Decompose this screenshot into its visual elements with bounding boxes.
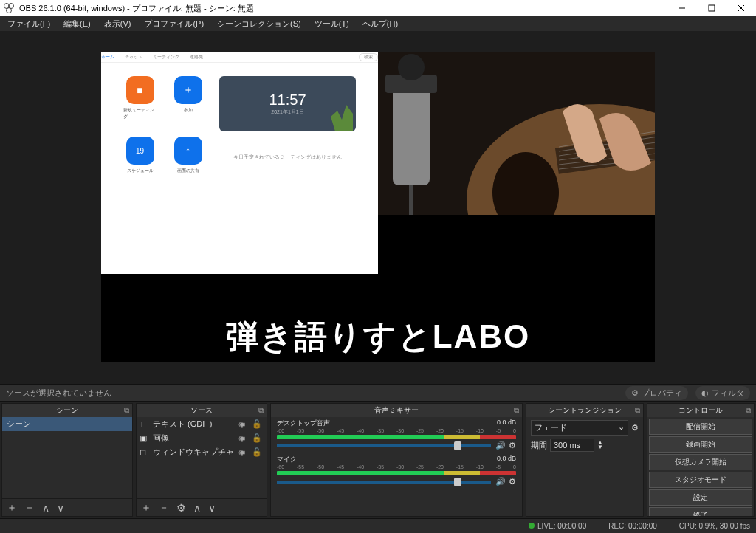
zoom-clock: 11:57 2021年1月1日 [219,76,356,131]
source-item-window[interactable]: ◻ ウィンドウキャプチャ ◉ 🔓 [137,445,267,459]
channel-name-mic: マイク [277,455,297,464]
channel-name-desktop: デスクトップ音声 [277,419,330,428]
menu-edit[interactable]: 編集(E) [59,17,95,31]
zoom-tab-chat: チャット [125,54,142,61]
transition-select[interactable]: フェード⌄ [531,420,628,436]
visibility-icon[interactable]: ◉ [237,419,247,429]
gear-icon[interactable]: ⚙ [631,423,639,433]
volume-slider[interactable] [277,481,491,484]
menu-profile[interactable]: プロファイル(P) [140,17,208,31]
maximize-button[interactable] [697,0,726,16]
app-icon [1,1,16,16]
scene-down-button[interactable]: ∨ [55,502,66,514]
status-live: LIVE: 00:00:00 [529,522,586,530]
source-add-button[interactable]: ＋ [140,501,153,515]
level-meter [277,435,516,439]
svg-rect-17 [393,82,430,185]
exit-button[interactable]: 終了 [649,507,752,516]
speaker-icon[interactable]: 🔊 [495,441,506,450]
zoom-join-label: 参加 [184,107,193,114]
video-icon: ■ [126,76,154,104]
level-meter [277,471,516,475]
controls-title: コントロール [678,405,723,416]
window-titlebar: OBS 26.1.0 (64-bit, windows) - プロファイル: 無… [0,0,756,16]
stepper-icon[interactable]: ▲▼ [597,441,603,450]
scenes-title: シーン [56,405,78,416]
scene-add-button[interactable]: ＋ [5,501,18,515]
zoom-tab-meeting: ミーティング [153,54,179,61]
start-vcam-button[interactable]: 仮想カメラ開始 [649,454,752,470]
gear-icon[interactable]: ⚙ [509,441,516,450]
dock-area: シーン⧉ シーン ＋ － ∧ ∨ ソース⧉ T テキスト (GDI+) ◉ 🔓 … [0,402,756,518]
settings-button[interactable]: 設定 [649,489,752,506]
filter-icon: ◐ [701,388,709,398]
properties-button[interactable]: ⚙プロパティ [625,386,688,400]
popout-icon[interactable]: ⧉ [514,406,519,415]
volume-slider[interactable] [277,444,491,447]
window-icon: ◻ [140,447,150,457]
duration-input[interactable]: 300 ms [550,439,594,452]
preview-canvas: ホーム チャット ミーティング 連絡先 検索 ■新規ミーティング ＋参加 19ス… [101,52,655,362]
studio-mode-button[interactable]: スタジオモード [649,472,752,488]
zoom-share-label: 画面の共有 [177,168,199,174]
menu-help[interactable]: ヘルプ(H) [358,17,402,31]
share-icon: ↑ [174,137,202,165]
popout-icon[interactable]: ⧉ [258,406,264,415]
source-up-button[interactable]: ∧ [192,502,202,514]
zoom-new-meeting-label: 新規ミーティング [123,107,157,120]
scene-item[interactable]: シーン [2,417,132,431]
filters-button[interactable]: ◐フィルタ [695,386,750,400]
zoom-tab-home: ホーム [101,54,114,61]
mixer-channel-mic: マイク0.0 dB -60-55-50-45-40-35-30-25-20-15… [271,453,522,489]
popout-icon[interactable]: ⧉ [124,406,129,415]
zoom-window-capture: ホーム チャット ミーティング 連絡先 検索 ■新規ミーティング ＋参加 19ス… [101,52,378,274]
visibility-icon[interactable]: ◉ [237,447,247,457]
duration-label: 期間 [531,440,547,451]
calendar-icon: 19 [126,137,154,165]
gear-icon[interactable]: ⚙ [509,477,516,486]
gear-icon: ⚙ [631,388,639,398]
menu-view[interactable]: 表示(V) [100,17,136,31]
sources-title: ソース [190,405,213,416]
live-indicator-icon [529,523,535,529]
scenes-dock: シーン⧉ シーン ＋ － ∧ ∨ [1,403,133,517]
minimize-button[interactable] [667,0,697,16]
transition-title: シーントランジション [548,405,622,416]
source-remove-button[interactable]: － [157,501,171,515]
source-item-image[interactable]: ▣ 画像 ◉ 🔓 [137,431,267,445]
lock-icon[interactable]: 🔓 [250,433,264,443]
chevron-icon: ⌄ [618,422,625,433]
visibility-icon[interactable]: ◉ [237,433,247,443]
menu-bar: ファイル(F) 編集(E) 表示(V) プロファイル(P) シーンコレクション(… [0,16,756,31]
lock-icon[interactable]: 🔓 [250,419,264,429]
menu-scene-collection[interactable]: シーンコレクション(S) [213,17,306,31]
source-down-button[interactable]: ∨ [207,502,217,514]
menu-file[interactable]: ファイル(F) [3,17,55,31]
mixer-title: 音声ミキサー [374,405,419,416]
status-bar: LIVE: 00:00:00 REC: 00:00:00 CPU: 0.9%, … [0,518,756,533]
zoom-clock-time: 11:57 [269,92,306,109]
text-icon: T [140,420,150,429]
image-icon: ▣ [140,433,150,443]
source-item-text[interactable]: T テキスト (GDI+) ◉ 🔓 [137,417,267,431]
speaker-icon[interactable]: 🔊 [495,477,506,486]
svg-point-19 [398,54,425,80]
svg-rect-4 [709,5,715,11]
camera-capture [378,52,655,215]
channel-db: 0.0 dB [497,455,516,464]
popout-icon[interactable]: ⧉ [746,406,751,415]
lock-icon[interactable]: 🔓 [250,447,264,457]
plus-icon: ＋ [174,76,202,104]
start-recording-button[interactable]: 録画開始 [649,436,752,453]
sources-dock: ソース⧉ T テキスト (GDI+) ◉ 🔓 ▣ 画像 ◉ 🔓 ◻ ウィンドウキ… [136,403,267,517]
source-toolbar: ソースが選択されていません ⚙プロパティ ◐フィルタ [0,384,756,402]
zoom-clock-date: 2021年1月1日 [271,109,303,116]
menu-tools[interactable]: ツール(T) [310,17,354,31]
scene-remove-button[interactable]: － [23,501,36,515]
preview-area[interactable]: ホーム チャット ミーティング 連絡先 検索 ■新規ミーティング ＋参加 19ス… [0,31,756,384]
close-button[interactable] [726,0,756,16]
start-streaming-button[interactable]: 配信開始 [649,419,752,435]
popout-icon[interactable]: ⧉ [635,406,640,415]
scene-up-button[interactable]: ∧ [41,502,51,514]
source-settings-button[interactable]: ⚙ [175,502,188,514]
